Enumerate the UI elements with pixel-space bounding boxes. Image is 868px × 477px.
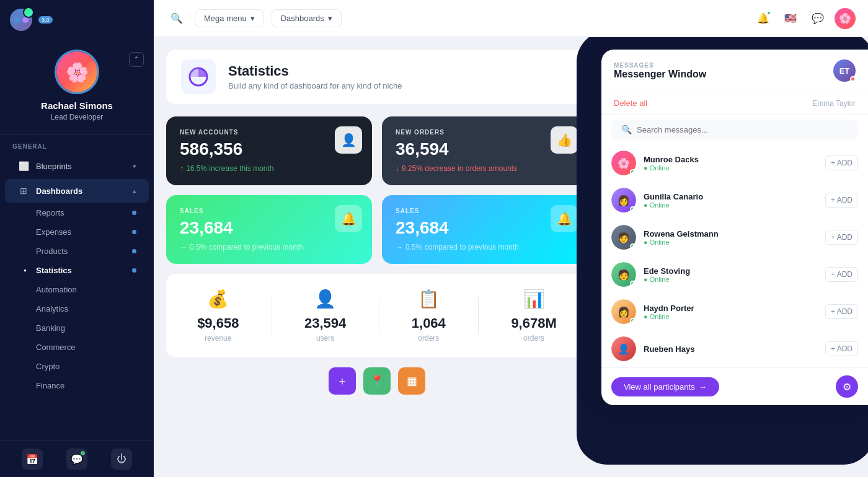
statistics-header-icon bbox=[181, 59, 216, 94]
up-arrow-icon: ↑ bbox=[180, 164, 184, 173]
contact-item-haydn[interactable]: 👩 Haydn Porter ● Online + ADD bbox=[601, 293, 868, 330]
orders2-stat: 📊 9,678M orders bbox=[511, 289, 556, 343]
sidebar-sub-label: Automation bbox=[36, 285, 77, 294]
sidebar-item-blueprints[interactable]: ⬜ Blueprints ▾ bbox=[5, 154, 149, 178]
orders2-value: 9,678M bbox=[511, 315, 556, 331]
contact-item-munroe[interactable]: 🌸 Munroe Dacks ● Online + ADD bbox=[601, 144, 868, 182]
contact-name: Rowena Geistmann bbox=[644, 229, 818, 239]
contact-item-gunilla[interactable]: 👩 Gunilla Canario ● Online + ADD bbox=[601, 182, 868, 219]
metric-change: ↑ 16.5% increase this month bbox=[180, 164, 358, 173]
user-avatar-header[interactable]: 🌸 bbox=[835, 8, 856, 29]
header-right: 🔔 🇺🇸 💬 🌸 bbox=[753, 8, 856, 29]
neutral-icon: → bbox=[396, 243, 403, 252]
sidebar-item-automation[interactable]: Automation bbox=[5, 281, 149, 299]
sidebar-item-dashboards[interactable]: ⊞ Dashboards ▴ bbox=[5, 179, 149, 203]
dashboards-button[interactable]: Dashboards ▾ bbox=[272, 9, 342, 27]
sidebar-item-banking[interactable]: Banking bbox=[5, 319, 149, 337]
sidebar-item-finance[interactable]: Finance bbox=[5, 377, 149, 395]
grid-action-btn[interactable]: ▦ bbox=[398, 367, 425, 395]
down-arrow-icon: ↓ bbox=[396, 164, 399, 173]
messenger-header: MESSAGES Messenger Window ET bbox=[601, 50, 868, 92]
stat-divider bbox=[478, 297, 479, 335]
metric-card-icon: 👍 bbox=[551, 126, 578, 154]
blueprints-arrow-icon: ▾ bbox=[133, 162, 136, 170]
online-dot bbox=[630, 318, 636, 323]
metric-value: 23,684 bbox=[396, 218, 574, 238]
users-icon: 👤 bbox=[314, 289, 336, 309]
contact-info-ede: Ede Stoving ● Online bbox=[644, 266, 818, 283]
chat-online-dot bbox=[81, 451, 85, 455]
delete-all-btn[interactable]: Delete all bbox=[614, 98, 647, 108]
sidebar-sub-label: Statistics bbox=[36, 266, 72, 275]
add-contact-btn-haydn[interactable]: + ADD bbox=[825, 304, 858, 319]
view-all-participants-btn[interactable]: View all participants → bbox=[611, 377, 719, 396]
metric-label: NEW ACCOUNTS bbox=[180, 129, 358, 136]
contact-avatar-rowena: 🧑 bbox=[611, 225, 636, 250]
messenger-avatar-initials: ET bbox=[839, 66, 850, 76]
settings-icon-btn[interactable]: ⚙ bbox=[836, 375, 858, 398]
sidebar-sub-label: Crypto bbox=[36, 362, 60, 371]
search-icon[interactable]: 🔍 bbox=[166, 8, 187, 29]
power-icon-btn[interactable]: ⏻ bbox=[111, 449, 132, 470]
logo-area: 3.0 bbox=[0, 0, 154, 40]
blueprints-icon: ⬜ bbox=[17, 160, 30, 172]
search-messages-input[interactable] bbox=[637, 125, 848, 134]
header: 🔍 Mega menu ▾ Dashboards ▾ 🔔 🇺🇸 💬 🌸 bbox=[154, 0, 868, 37]
contact-item-ede[interactable]: 🧑 Ede Stoving ● Online + ADD bbox=[601, 256, 868, 293]
contact-status: ● Online bbox=[644, 164, 818, 172]
messenger-title: Messenger Window bbox=[614, 69, 706, 80]
add-action-btn[interactable]: ＋ bbox=[329, 367, 356, 395]
sidebar: 3.0 ⌃ 🌸 Rachael Simons Lead Developer GE… bbox=[0, 0, 154, 477]
profile-name: Rachael Simons bbox=[41, 100, 113, 111]
metric-card-icon: 🔔 bbox=[551, 205, 578, 232]
sidebar-item-statistics[interactable]: ● Statistics bbox=[5, 261, 149, 279]
add-contact-btn-rueben[interactable]: + ADD bbox=[825, 341, 858, 356]
sidebar-item-crypto[interactable]: Crypto bbox=[5, 357, 149, 375]
notification-btn[interactable]: 🔔 bbox=[753, 8, 774, 29]
contact-avatar-ede: 🧑 bbox=[611, 262, 636, 287]
mega-menu-chevron-icon: ▾ bbox=[250, 14, 255, 23]
sidebar-item-expenses[interactable]: Expenses bbox=[5, 223, 149, 241]
sidebar-item-products[interactable]: Products bbox=[5, 242, 149, 260]
profile-collapse-btn[interactable]: ⌃ bbox=[129, 52, 144, 67]
contact-item-rueben[interactable]: 👤 Rueben Hays + ADD bbox=[601, 330, 868, 367]
page-title: Statistics bbox=[228, 63, 402, 79]
contact-status: ● Online bbox=[644, 276, 818, 283]
contact-name: Munroe Dacks bbox=[644, 155, 818, 164]
messages-icon-btn[interactable]: 💬 bbox=[807, 8, 828, 29]
flag-icon[interactable]: 🇺🇸 bbox=[780, 8, 801, 29]
contact-item-rowena[interactable]: 🧑 Rowena Geistmann ● Online + ADD bbox=[601, 219, 868, 256]
sidebar-item-analytics[interactable]: Analytics bbox=[5, 300, 149, 318]
sidebar-sub-label: Expenses bbox=[36, 227, 71, 237]
add-contact-btn-munroe[interactable]: + ADD bbox=[825, 155, 858, 170]
metric-change: ↓ 8.25% decrease in orders amounts bbox=[396, 164, 574, 173]
contact-name: Ede Stoving bbox=[644, 266, 818, 276]
sidebar-item-commerce[interactable]: Commerce bbox=[5, 338, 149, 356]
stat-divider bbox=[272, 297, 272, 335]
calendar-icon-btn[interactable]: 📅 bbox=[22, 449, 43, 470]
add-contact-btn-ede[interactable]: + ADD bbox=[825, 267, 858, 282]
contact-avatar-gunilla: 👩 bbox=[611, 188, 636, 212]
orders-label: orders bbox=[418, 334, 439, 343]
metric-value: 36,594 bbox=[396, 139, 574, 159]
location-action-btn[interactable]: 📍 bbox=[363, 367, 391, 395]
contact-avatar-munroe: 🌸 bbox=[611, 151, 636, 175]
orders2-icon: 📊 bbox=[523, 289, 545, 309]
messenger-avatar[interactable]: ET bbox=[833, 59, 856, 82]
metric-label: SALES bbox=[180, 208, 358, 214]
contact-info-munroe: Munroe Dacks ● Online bbox=[644, 155, 818, 172]
metric-card-icon: 👤 bbox=[335, 126, 362, 154]
avatar[interactable]: 🌸 bbox=[55, 50, 99, 94]
metric-card-new-orders: NEW ORDERS 36,594 ↓ 8.25% decrease in or… bbox=[382, 116, 588, 185]
messenger-actions: Delete all Emma Taylor bbox=[601, 92, 868, 115]
sidebar-item-reports[interactable]: Reports bbox=[5, 204, 149, 222]
logo-icon bbox=[10, 9, 32, 31]
add-contact-btn-rowena[interactable]: + ADD bbox=[825, 230, 858, 245]
chat-icon-btn[interactable]: 💬 bbox=[66, 449, 87, 470]
contact-info-haydn: Haydn Porter ● Online bbox=[644, 304, 818, 320]
metric-label: NEW ORDERS bbox=[396, 129, 574, 136]
users-value: 23,594 bbox=[304, 315, 346, 331]
add-contact-btn-gunilla[interactable]: + ADD bbox=[825, 193, 858, 208]
metric-value: 23,684 bbox=[180, 218, 358, 238]
mega-menu-button[interactable]: Mega menu ▾ bbox=[195, 9, 264, 27]
